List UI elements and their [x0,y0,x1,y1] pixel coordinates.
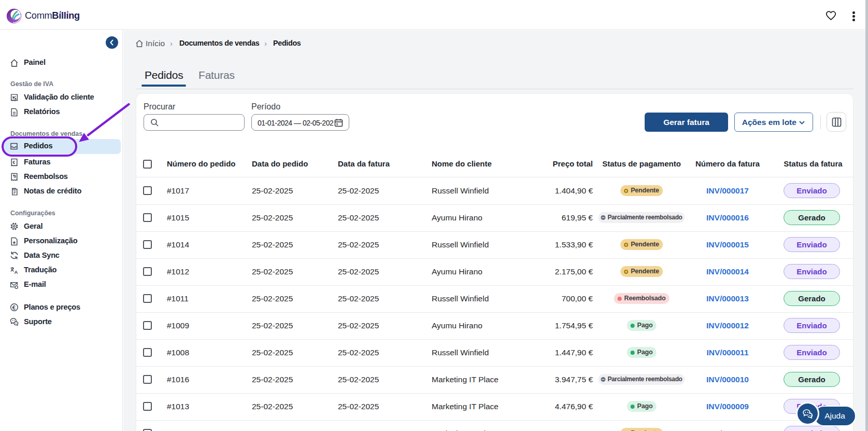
svg-text:€: € [12,160,15,165]
svg-text:€: € [12,304,16,311]
svg-text:A: A [15,269,18,275]
